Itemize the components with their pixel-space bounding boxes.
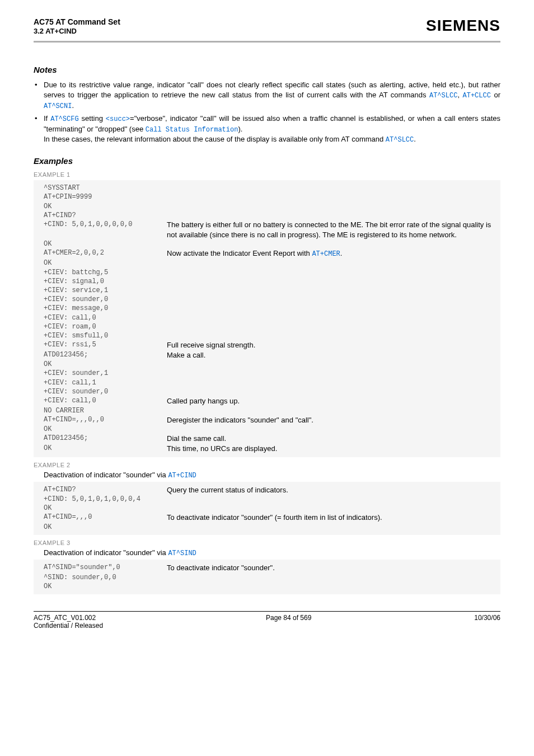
desc-text: The battery is either full or no battery…: [167, 220, 498, 240]
desc-text: To deactivate indicator "sounder".: [167, 563, 498, 573]
code-row: ATD0123456;Make a call.: [44, 350, 498, 360]
cmd-text: +CIEV: call,0: [44, 313, 167, 322]
code-row: NO CARRIER: [44, 406, 498, 415]
cmd-text: +CIEV: call,1: [44, 378, 167, 387]
note-text: or: [491, 91, 500, 99]
code-row: AT+CIND=,,,0To deactivate indicator "sou…: [44, 513, 498, 523]
code-row: +CIEV: sounder,0: [44, 387, 498, 396]
cmd-text: OK: [44, 360, 167, 369]
doc-title: AC75 AT Command Set: [34, 17, 120, 27]
link-atcmer[interactable]: AT+CMER: [312, 250, 340, 258]
cmd-text: +CIEV: signal,0: [44, 277, 167, 286]
page-header: AC75 AT Command Set 3.2 AT+CIND SIEMENS: [34, 17, 500, 43]
cmd-text: OK: [44, 582, 167, 591]
code-row: +CIND: 5,0,1,0,1,0,0,0,4: [44, 495, 498, 504]
cmd-text: ^SYSSTART: [44, 184, 167, 192]
cmd-text: +CIEV: battchg,5: [44, 268, 167, 277]
cmd-text: OK: [44, 425, 167, 434]
link-atsind[interactable]: AT^SIND: [168, 550, 196, 557]
cmd-text: +CIEV: smsfull,0: [44, 331, 167, 340]
intro-pre: Deactivation of indicator "sounder" via: [44, 471, 168, 479]
header-left: AC75 AT Command Set 3.2 AT+CIND: [34, 17, 120, 36]
note-text: ).: [238, 125, 242, 133]
cmd-text: OK: [44, 504, 167, 513]
footer-confidential: Confidential / Released: [34, 622, 103, 630]
cmd-text: AT+CIND?: [44, 211, 167, 220]
cmd-text: +CIEV: roam,0: [44, 322, 167, 331]
cmd-text: AT+CIND?: [44, 485, 167, 494]
desc-post: .: [340, 249, 343, 257]
brand-logo: SIEMENS: [426, 17, 500, 35]
footer-date: 10/30/06: [474, 614, 500, 630]
cmd-text: NO CARRIER: [44, 406, 167, 415]
note-text: .: [72, 101, 74, 110]
link-call-status[interactable]: Call Status Information: [146, 126, 238, 134]
intro-pre: Deactivation of indicator "sounder" via: [44, 548, 168, 557]
note-text: If: [44, 114, 50, 123]
example2-block: AT+CIND?Query the current status of indi…: [34, 482, 500, 536]
note-text: setting: [79, 114, 106, 123]
notes-heading: Notes: [34, 65, 500, 74]
cmd-text: AT+CIND=,,,0,,0: [44, 415, 167, 424]
link-atcind[interactable]: AT+CIND: [168, 472, 196, 480]
link-atscni[interactable]: AT^SCNI: [44, 102, 72, 110]
code-row: +CIEV: roam,0: [44, 322, 498, 331]
cmd-text: AT+CMER=2,0,0,2: [44, 248, 167, 257]
example3-intro: Deactivation of indicator "sounder" via …: [44, 548, 500, 557]
desc-text: To deactivate indicator "sounder" (= fou…: [167, 513, 498, 523]
desc-text: Full receive signal strength.: [167, 340, 498, 350]
notes-list: Due to its restrictive value range, indi…: [34, 80, 500, 145]
desc-text: Dial the same call.: [167, 434, 498, 444]
cmd-text: AT^SIND="sounder",0: [44, 563, 167, 572]
footer-left: AC75_ATC_V01.002 Confidential / Released: [34, 614, 103, 630]
cmd-text: +CIND: 5,0,1,0,0,0,0,0: [44, 220, 167, 229]
code-row: OK: [44, 582, 498, 591]
cmd-text: ATD0123456;: [44, 434, 167, 443]
desc-text: Now activate the Indicator Event Report …: [167, 248, 498, 259]
code-row: +CIEV: service,1: [44, 286, 498, 295]
example2-intro: Deactivation of indicator "sounder" via …: [44, 471, 500, 480]
footer-page: Page 84 of 569: [266, 614, 311, 630]
doc-section: 3.2 AT+CIND: [34, 27, 120, 36]
cmd-text: +CIEV: sounder,1: [44, 369, 167, 378]
cmd-text: OK: [44, 259, 167, 267]
code-row: AT+CIND=,,,0,,0Deregister the indicators…: [44, 415, 498, 425]
code-row: OKThis time, no URCs are displayed.: [44, 444, 498, 454]
code-row: +CIEV: sounder,0: [44, 295, 498, 304]
cmd-text: ATD0123456;: [44, 350, 167, 359]
code-row: OK: [44, 240, 498, 248]
code-row: +CIEV: battchg,5: [44, 268, 498, 277]
page-footer: AC75_ATC_V01.002 Confidential / Released…: [34, 611, 500, 630]
note-text: ,: [457, 91, 462, 99]
example1-block: ^SYSSTART AT+CPIN=9999 OK AT+CIND? +CIND…: [34, 180, 500, 457]
cmd-text: +CIEV: sounder,0: [44, 387, 167, 396]
link-atslcc[interactable]: AT^SLCC: [429, 92, 457, 100]
cmd-text: OK: [44, 523, 167, 532]
cmd-text: +CIEV: message,0: [44, 304, 167, 313]
example3-label: EXAMPLE 3: [34, 539, 500, 546]
cmd-text: ^SIND: sounder,0,0: [44, 573, 167, 582]
cmd-text: +CIEV: service,1: [44, 286, 167, 295]
example2-label: EXAMPLE 2: [34, 462, 500, 468]
cmd-text: OK: [44, 240, 167, 248]
code-row: OK: [44, 259, 498, 267]
code-row: +CIEV: signal,0: [44, 277, 498, 286]
cmd-text: AT+CIND=,,,0: [44, 513, 167, 522]
desc-text: This time, no URCs are displayed.: [167, 444, 498, 454]
examples-heading: Examples: [34, 156, 500, 166]
code-row: AT^SIND="sounder",0To deactivate indicat…: [44, 563, 498, 573]
link-atslcc2[interactable]: AT^SLCC: [386, 136, 414, 144]
code-row: OK: [44, 523, 498, 532]
footer-version: AC75_ATC_V01.002: [34, 614, 103, 622]
desc-pre: Now activate the Indicator Event Report …: [167, 249, 312, 257]
link-atscfg[interactable]: AT^SCFG: [50, 115, 78, 123]
code-row: OK: [44, 504, 498, 513]
example1-label: EXAMPLE 1: [34, 171, 500, 178]
code-row: AT+CPIN=9999: [44, 192, 498, 201]
note-text: .: [414, 135, 416, 143]
link-atclcc[interactable]: AT+CLCC: [463, 92, 491, 100]
cmd-text: AT+CPIN=9999: [44, 192, 167, 201]
link-succ[interactable]: <succ>: [106, 115, 130, 123]
desc-text: Query the current status of indicators.: [167, 485, 498, 495]
code-row: AT+CIND?: [44, 211, 498, 220]
